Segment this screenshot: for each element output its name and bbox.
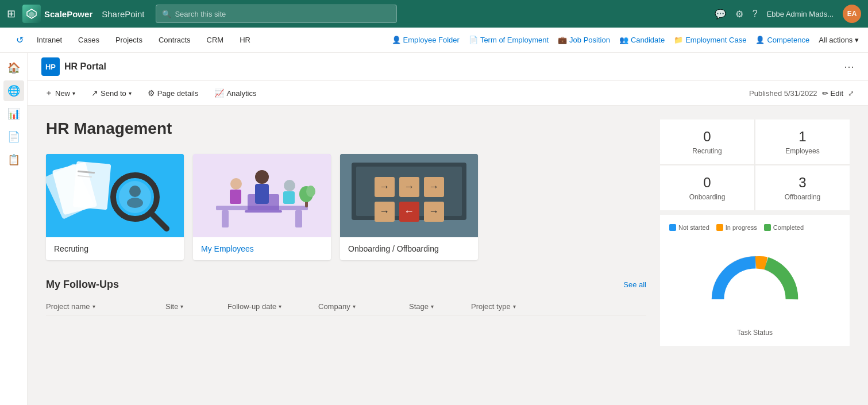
svg-rect-18 [245, 210, 282, 213]
sidebar-icon-globe[interactable]: 🌐 [3, 80, 24, 101]
col-project-name[interactable]: Project name ▾ [46, 302, 161, 311]
col-follow-up-date[interactable]: Follow-up date ▾ [227, 302, 314, 311]
stat-onboarding-label: Onboarding [669, 193, 745, 201]
stat-recruiting-number: 0 [669, 129, 745, 145]
stat-employees: 1 Employees [755, 119, 850, 164]
user-name-label[interactable]: Ebbe Admin Mads... [767, 10, 834, 18]
card-image-employees [193, 154, 331, 237]
card-label-onboarding: Onboarding / Offboarding [340, 237, 478, 260]
brand-logo[interactable]: ScalePower [22, 5, 92, 23]
help-icon[interactable]: ? [753, 9, 758, 19]
card-employees[interactable]: My Employees [193, 154, 331, 260]
not-started-label: Not started [678, 224, 709, 231]
svg-point-11 [129, 186, 141, 197]
new-button[interactable]: ＋ New ▾ [41, 86, 79, 101]
card-image-recruiting [46, 154, 184, 237]
sidebar-icon-activity[interactable]: 📊 [3, 103, 24, 124]
competence-link[interactable]: 👤 Competence [755, 36, 809, 44]
nav-link-intranet[interactable]: Intranet [30, 33, 69, 47]
page-body: HR Management [28, 106, 868, 360]
nav-link-contracts[interactable]: Contracts [152, 33, 198, 47]
analytics-button[interactable]: 📈 Analytics [211, 86, 260, 100]
see-all-link[interactable]: See all [623, 280, 646, 289]
legend-in-progress: In progress [716, 224, 757, 231]
nav-links: Intranet Cases Projects Contracts CRM HR [30, 33, 392, 47]
chat-icon[interactable]: 💬 [715, 9, 726, 20]
page-details-button[interactable]: ⚙ Page details [144, 86, 202, 100]
stats-grid: 0 Recruting 1 Employees 0 Onboarding 3 O… [660, 119, 850, 210]
svg-point-21 [230, 178, 242, 190]
sort-icon-date: ▾ [279, 303, 281, 310]
user-avatar[interactable]: EA [843, 5, 861, 23]
stat-offboarding: 3 Offboarding [755, 165, 850, 210]
grid-icon[interactable]: ⊞ [7, 7, 16, 20]
main-content: HP HR Portal ⋯ ＋ New ▾ ↗ Send to ▾ ⚙ Pag… [28, 53, 868, 405]
stat-onboarding: 0 Onboarding [660, 165, 754, 210]
expand-icon[interactable]: ⤢ [848, 89, 854, 98]
search-input[interactable] [175, 10, 391, 18]
table-header: Project name ▾ Site ▾ Follow-up date ▾ C… [46, 298, 646, 316]
chart-container [669, 238, 840, 324]
card-recruiting[interactable]: Recruting [46, 154, 184, 260]
new-chevron-icon: ▾ [72, 90, 75, 97]
card-onboarding[interactable]: → → → → ← → [340, 154, 478, 260]
main-layout: 🏠 🌐 📊 📄 📋 HP HR Portal ⋯ ＋ New ▾ ↗ Send … [0, 53, 868, 405]
page-header: HP HR Portal ⋯ [28, 53, 868, 81]
toolbar: ＋ New ▾ ↗ Send to ▾ ⚙ Page details 📈 Ana… [28, 81, 868, 106]
page-details-icon: ⚙ [148, 88, 155, 98]
nav-link-cases[interactable]: Cases [71, 33, 106, 47]
completed-label: Completed [773, 224, 804, 231]
stat-employees-label: Employees [765, 147, 840, 155]
svg-rect-22 [230, 190, 241, 204]
all-actions-button[interactable]: All actions ▾ [819, 36, 859, 44]
sidebar-icon-page[interactable]: 📄 [3, 126, 24, 147]
employment-case-icon: 📁 [674, 36, 683, 44]
card-image-onboarding: → → → → ← → [340, 154, 478, 237]
brand-name-label: ScalePower [44, 9, 92, 19]
svg-rect-24 [283, 191, 295, 204]
settings-icon[interactable]: ⚙ [735, 9, 743, 20]
svg-text:→: → [404, 181, 414, 192]
job-position-link[interactable]: 💼 Job Position [558, 36, 610, 44]
svg-text:→: → [379, 206, 389, 217]
job-icon: 💼 [558, 36, 567, 44]
logo-image [22, 5, 41, 23]
sidebar-left: 🏠 🌐 📊 📄 📋 [0, 53, 28, 405]
back-icon[interactable]: ↺ [16, 34, 24, 45]
col-stage[interactable]: Stage ▾ [409, 302, 466, 311]
nav-link-crm[interactable]: CRM [200, 33, 231, 47]
not-started-dot [669, 224, 676, 231]
svg-point-27 [306, 186, 315, 197]
in-progress-label: In progress [726, 224, 757, 231]
toolbar-right: Published 5/31/2022 ✏ Edit ⤢ [749, 89, 854, 98]
chart-area: Not started In progress Completed [660, 215, 850, 346]
col-site[interactable]: Site ▾ [165, 302, 223, 311]
task-status-chart [709, 246, 801, 315]
candidate-link[interactable]: 👥 Candidate [619, 36, 665, 44]
more-actions-button[interactable]: ⋯ [844, 60, 854, 73]
term-of-employment-link[interactable]: 📄 Term of Employment [469, 36, 549, 44]
chart-legend: Not started In progress Completed [669, 224, 840, 231]
new-icon: ＋ [45, 88, 53, 98]
col-company[interactable]: Company ▾ [318, 302, 404, 311]
follow-ups-header: My Follow-Ups See all [46, 279, 646, 291]
col-project-type[interactable]: Project type ▾ [471, 302, 551, 311]
employment-case-link[interactable]: 📁 Employment Case [674, 36, 746, 44]
svg-point-12 [127, 198, 143, 208]
search-bar[interactable]: 🔍 [156, 5, 397, 23]
nav-link-projects[interactable]: Projects [109, 33, 149, 47]
nav-link-hr[interactable]: HR [233, 33, 257, 47]
app-name-label: SharePoint [102, 9, 144, 19]
send-to-button[interactable]: ↗ Send to ▾ [88, 86, 135, 100]
svg-rect-15 [222, 210, 229, 227]
stat-employees-number: 1 [765, 129, 840, 145]
completed-dot [764, 224, 771, 231]
employee-folder-link[interactable]: 👤 Employee Folder [392, 36, 460, 44]
page-header-title: HR Portal [64, 61, 106, 72]
card-label-employees: My Employees [193, 237, 331, 260]
sidebar-icon-home[interactable]: 🏠 [3, 57, 24, 78]
sort-icon-type: ▾ [513, 303, 516, 310]
edit-button[interactable]: ✏ Edit [822, 89, 843, 98]
analytics-icon: 📈 [214, 88, 224, 98]
sidebar-icon-list[interactable]: 📋 [3, 149, 24, 170]
